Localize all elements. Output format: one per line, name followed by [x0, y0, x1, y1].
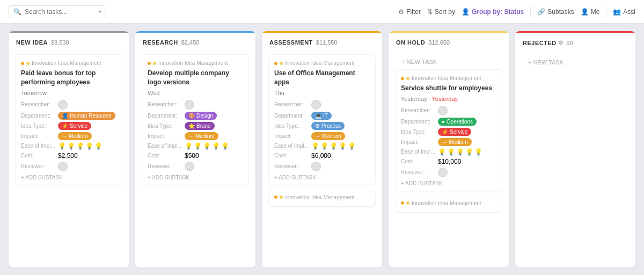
chevron-down-icon: ▾ — [99, 9, 101, 15]
new-task-rejected-button[interactable]: + NEW TASK — [522, 55, 629, 70]
add-subtask[interactable]: + ADD SUBTASK — [148, 175, 243, 180]
column-new-idea: NEW IDEA $8,530 Innovation Idea Manageme… — [9, 31, 129, 267]
column-header-assessment: ASSESSMENT $11,550 — [262, 31, 382, 51]
field-researcher: Researcher: — [148, 100, 243, 110]
dot-orange — [274, 196, 277, 199]
bulb-off: 💡 — [94, 142, 103, 150]
new-task-button[interactable]: + NEW TASK — [395, 54, 502, 69]
col-title-rejected: REJECTED ⊘ — [523, 39, 563, 46]
badge-impact: → Medium — [438, 138, 472, 146]
col-amount-assessment: $11,550 — [316, 39, 338, 46]
card-research-0: Innovation Idea Management Develop multi… — [142, 54, 249, 185]
badge-department: 👤 Human Resource — [58, 112, 115, 120]
badge-impact: → Medium — [58, 132, 92, 140]
ease-icons: 💡 💡 💡 💡 💡 — [438, 148, 482, 156]
top-bar: 🔍 ▾ ⚙ Filter ⇅ Sort by 👤 Group by: Statu… — [0, 0, 644, 24]
avatar — [58, 100, 68, 110]
column-body-rejected: + NEW TASK — [515, 52, 635, 267]
card-title: Paid leave bonus for top performing empl… — [21, 69, 116, 87]
column-header-research: RESEARCH $2,450 — [135, 31, 255, 51]
field-reviewer: Reviewer: — [401, 168, 496, 177]
dot-orange — [401, 201, 404, 205]
field-idea-type: Idea Type: ⚡ Service — [21, 122, 116, 130]
card-assessment-extra: Innovation Idea Management — [268, 191, 376, 207]
column-body-assessment: Innovation Idea Management Use of Office… — [262, 51, 382, 267]
badge-department: ● Operations — [438, 118, 477, 126]
group-by-button[interactable]: 👤 Group by: Status — [462, 8, 524, 16]
card-project: Innovation Idea Management — [21, 60, 116, 66]
card-new-idea-0: Innovation Idea Management Paid leave bo… — [15, 54, 122, 185]
columns-wrap: NEW IDEA $8,530 Innovation Idea Manageme… — [0, 24, 644, 275]
dot-yellow — [406, 201, 409, 205]
cost-value: $2,500 — [58, 152, 78, 160]
card-date: Thu — [274, 90, 370, 96]
rejected-icon: ⊘ — [558, 39, 564, 46]
badge-idea-type: ⭐ Brand — [185, 122, 215, 130]
add-subtask[interactable]: + ADD SUBTASK — [401, 180, 496, 186]
field-idea-type: Idea Type: ⭐ Brand — [148, 122, 243, 130]
add-subtask[interactable]: + ADD SUBTASK — [21, 175, 116, 180]
badge-impact: → Medium — [185, 132, 218, 140]
dot-orange — [148, 62, 151, 65]
badge-idea-type: ⚙ Process — [311, 122, 345, 130]
dot-yellow — [280, 196, 283, 199]
badge-department: 💻 IT — [311, 112, 332, 120]
field-department: Department: 💻 IT — [274, 112, 370, 120]
project-name: Innovation Idea Management — [158, 60, 228, 66]
cost-value: $10,000 — [438, 158, 461, 165]
field-researcher: Researcher: — [21, 100, 116, 110]
bulb-on: 💡 — [67, 142, 75, 150]
card-date: Yesterday · Yesterday — [401, 96, 496, 102]
bulb-on: 💡 — [58, 142, 66, 150]
dot-orange — [21, 62, 24, 65]
field-cost: Cost: $10,000 — [401, 158, 496, 165]
col-title-on-hold: ON HOLD — [396, 39, 425, 46]
project-name-extra: Innovation Idea Management — [412, 200, 481, 206]
yesterday-label: Yesterday — [432, 96, 458, 102]
column-header-new-idea: NEW IDEA $8,530 — [9, 31, 129, 51]
dot-yellow — [406, 77, 409, 80]
card-date: Tomorrow — [21, 90, 116, 96]
avatar — [438, 106, 448, 115]
subtasks-button[interactable]: 🔗 Subtasks — [537, 8, 574, 16]
field-department: Department: 🎨 Design — [148, 112, 243, 120]
search-input[interactable] — [25, 8, 94, 16]
card-on-hold-extra: Innovation Idea Management — [395, 197, 502, 213]
dot-orange — [401, 77, 404, 80]
assign-button[interactable]: 👥 Assi — [613, 8, 635, 16]
search-icon: 🔍 — [13, 8, 21, 16]
badge-idea-type: ⚡ Service — [438, 128, 471, 136]
field-reviewer: Reviewer: — [21, 162, 116, 171]
card-on-hold-0: Innovation Idea Management Service shutt… — [395, 69, 502, 191]
card-title: Use of Office Management apps — [274, 69, 370, 87]
col-title-assessment: ASSESSMENT — [269, 39, 313, 46]
filter-button[interactable]: ⚙ Filter — [398, 8, 421, 16]
field-department: Department: 👤 Human Resource — [21, 112, 116, 120]
cost-value: $500 — [185, 152, 199, 160]
column-rejected: REJECTED ⊘ $0 + NEW TASK — [515, 31, 635, 267]
filter-icon: ⚙ — [398, 8, 404, 16]
badge-impact: → Medium — [311, 132, 345, 140]
project-name: Innovation Idea Management — [32, 60, 101, 66]
cost-value: $6,000 — [311, 152, 331, 160]
card-title: Service shuttle for employees — [401, 84, 496, 93]
group-icon: 👤 — [462, 8, 470, 16]
divider — [530, 6, 531, 17]
column-header-on-hold: ON HOLD $12,650 — [389, 31, 509, 51]
ease-icons: 💡 💡 💡 💡 💡 — [311, 142, 356, 150]
field-ease: Ease of Impl... 💡 💡 💡 💡 💡 — [148, 142, 243, 150]
card-project-extra: Innovation Idea Management — [274, 194, 370, 200]
avatar-reviewer — [58, 162, 68, 171]
search-wrap[interactable]: 🔍 ▾ — [9, 5, 105, 18]
field-impact: Impact: → Medium — [21, 132, 116, 140]
col-amount-rejected: $0 — [566, 40, 573, 46]
me-icon: 👤 — [581, 8, 589, 16]
avatar — [311, 100, 321, 110]
me-button[interactable]: 👤 Me — [581, 8, 600, 16]
field-researcher: Researcher: — [401, 106, 496, 115]
add-subtask[interactable]: + ADD SUBTASK — [274, 175, 370, 180]
sort-by-button[interactable]: ⇅ Sort by — [427, 8, 455, 16]
avatar-reviewer — [311, 162, 321, 171]
field-ease: Ease of Impl... 💡 💡 💡 💡 💡 — [401, 148, 496, 156]
assign-icon: 👥 — [613, 8, 621, 16]
